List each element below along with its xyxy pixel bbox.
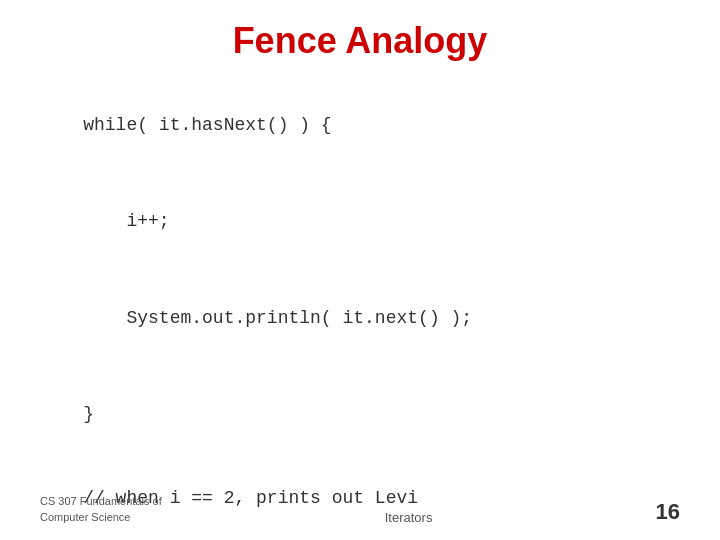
- footer-course-line1: CS 307 Fundamentals of: [40, 494, 162, 509]
- code-line-4: }: [83, 404, 94, 424]
- code-line-3: System.out.println( it.next() );: [83, 308, 472, 328]
- footer-center-label: Iterators: [385, 510, 433, 525]
- footer-page-number: 16: [656, 499, 680, 525]
- code-line-1: while( it.hasNext() ) {: [83, 115, 331, 135]
- footer: CS 307 Fundamentals of Computer Science …: [40, 494, 680, 525]
- code-block: while( it.hasNext() ) {: [40, 82, 680, 168]
- footer-course-line2: Computer Science: [40, 510, 162, 525]
- code-line-2-block: i++;: [40, 178, 680, 264]
- code-line-4-block: }: [40, 371, 680, 457]
- code-line-2: i++;: [83, 211, 169, 231]
- footer-left: CS 307 Fundamentals of Computer Science: [40, 494, 162, 525]
- slide: Fence Analogy while( it.hasNext() ) { i+…: [0, 0, 720, 540]
- slide-title: Fence Analogy: [40, 20, 680, 62]
- code-line-3-block: System.out.println( it.next() );: [40, 275, 680, 361]
